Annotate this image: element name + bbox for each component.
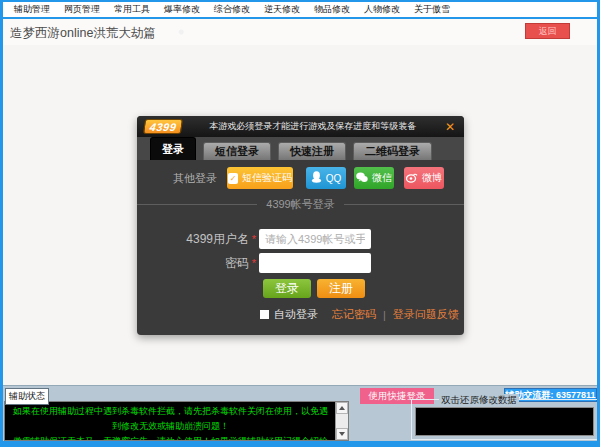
menu-item-assist-manage[interactable]: 辅助管理 xyxy=(7,2,57,17)
menu-item-item-modify[interactable]: 物品修改 xyxy=(307,2,357,17)
password-input[interactable] xyxy=(259,253,371,273)
menu-item-character-modify[interactable]: 人物修改 xyxy=(357,2,407,17)
password-row: 密码 * xyxy=(137,253,464,273)
back-button[interactable]: 返回 xyxy=(525,23,570,39)
tab-login[interactable]: 登录 xyxy=(150,137,196,160)
divider-line-left xyxy=(137,204,257,205)
dialog-header-message: 本游戏必须登录才能进行游戏及保存进度和等级装备 xyxy=(182,120,442,133)
weibo-icon xyxy=(406,172,418,185)
weibo-login-button[interactable]: 微博 xyxy=(404,167,444,189)
status-log-box: 如果在使用辅助过程中遇到杀毒软件拦截，请先把杀毒软件关闭在使用，以免遇到修改无效… xyxy=(4,401,349,441)
qq-login-button[interactable]: QQ xyxy=(306,167,346,189)
window-inner: 辅助管理 网页管理 常用工具 爆率修改 综合修改 逆天修改 物品修改 人物修改 … xyxy=(3,2,597,441)
status-panel: 辅助状态 如果在使用辅助过程中遇到杀毒软件拦截，请先把杀毒软件关闭在使用，以免遇… xyxy=(3,385,597,441)
page-title: 造梦西游online洪荒大劫篇 xyxy=(10,25,156,42)
app-window: 辅助管理 网页管理 常用工具 爆率修改 综合修改 逆天修改 物品修改 人物修改 … xyxy=(0,0,600,447)
password-required-mark: * xyxy=(249,257,259,269)
login-dialog: 4399 本游戏必须登录才能进行游戏及保存进度和等级装备 ✕ 登录 短信登录 快… xyxy=(137,116,464,335)
account-login-divider-text: 4399帐号登录 xyxy=(266,197,334,212)
status-message-line1: 如果在使用辅助过程中遇到杀毒软件拦截，请先把杀毒软件关闭在使用，以免遇到修改无效… xyxy=(9,404,332,434)
options-row: 自动登录 忘记密码 | 登录问题反馈 xyxy=(260,307,464,322)
username-row: 4399用户名 * xyxy=(137,229,464,249)
other-login-row: 其他登录 ✓ 短信验证码 QQ xyxy=(137,167,464,189)
wechat-button-label: 微信 xyxy=(372,171,392,185)
status-tab-label: 辅助状态 xyxy=(5,388,49,405)
dialog-header: 4399 本游戏必须登录才能进行游戏及保存进度和等级装备 ✕ xyxy=(137,116,464,137)
login-feedback-link[interactable]: 登录问题反馈 xyxy=(393,307,459,322)
scroll-down-icon xyxy=(339,432,345,436)
menu-item-web-manage[interactable]: 网页管理 xyxy=(57,2,107,17)
sms-button-label: 短信验证码 xyxy=(242,171,292,185)
link-separator: | xyxy=(383,309,386,321)
username-required-mark: * xyxy=(249,233,259,245)
menu-item-general-modify[interactable]: 综合修改 xyxy=(207,2,257,17)
sms-icon: ✓ xyxy=(228,173,238,184)
scroll-down-button[interactable] xyxy=(336,428,348,440)
register-button[interactable]: 注册 xyxy=(317,279,365,298)
main-content: 4399 本游戏必须登录才能进行游戏及保存进度和等级装备 ✕ 登录 短信登录 快… xyxy=(3,45,597,385)
tab-quick-register[interactable]: 快速注册 xyxy=(278,142,346,160)
wechat-icon xyxy=(356,172,368,185)
status-message-line2: 傲雪辅助保证无木马，无弹窗广告，请放心使用！如果觉得辅助好用记得介绍给其他人哦！ xyxy=(9,434,332,441)
menu-bar: 辅助管理 网页管理 常用工具 爆率修改 综合修改 逆天修改 物品修改 人物修改 … xyxy=(3,2,597,17)
username-input[interactable] xyxy=(259,229,371,249)
qq-icon xyxy=(311,171,322,185)
other-login-label: 其他登录 xyxy=(173,171,217,186)
weibo-button-label: 微博 xyxy=(422,171,442,185)
status-message-area: 如果在使用辅助过程中遇到杀毒软件拦截，请先把杀毒软件关闭在使用，以免遇到修改无效… xyxy=(5,402,348,441)
title-bar: 造梦西游online洪荒大劫篇 返回 xyxy=(3,19,597,45)
wechat-login-button[interactable]: 微信 xyxy=(354,167,394,189)
auto-login-checkbox[interactable] xyxy=(260,310,269,319)
sms-code-login-button[interactable]: ✓ 短信验证码 xyxy=(227,167,293,189)
scroll-up-button[interactable] xyxy=(336,402,348,414)
divider-line-right xyxy=(344,204,464,205)
account-login-divider: 4399帐号登录 xyxy=(137,197,464,212)
restore-data-box[interactable] xyxy=(415,407,594,436)
menu-item-droprate-modify[interactable]: 爆率修改 xyxy=(157,2,207,17)
tab-sms-login[interactable]: 短信登录 xyxy=(203,142,271,160)
restore-data-group: 双击还原修改数据 xyxy=(411,394,597,440)
menu-item-godlike-modify[interactable]: 逆天修改 xyxy=(257,2,307,17)
tab-qrcode-login[interactable]: 二维码登录 xyxy=(353,142,432,160)
login-form: 4399用户名 * 密码 * 登录 注册 自动 xyxy=(137,229,464,322)
auto-login-label: 自动登录 xyxy=(274,307,318,322)
menu-item-about[interactable]: 关于傲雪 xyxy=(407,2,457,17)
close-icon[interactable]: ✕ xyxy=(443,121,457,133)
restore-group-label: 双击还原修改数据 xyxy=(439,394,519,407)
menu-item-common-tools[interactable]: 常用工具 xyxy=(107,2,157,17)
4399-logo: 4399 xyxy=(143,119,184,134)
qq-button-label: QQ xyxy=(326,173,342,184)
scroll-up-icon xyxy=(339,406,345,410)
forgot-password-link[interactable]: 忘记密码 xyxy=(332,307,376,322)
username-label: 4399用户名 xyxy=(137,231,249,248)
status-scrollbar[interactable] xyxy=(335,402,348,440)
login-button[interactable]: 登录 xyxy=(263,279,311,298)
action-buttons-row: 登录 注册 xyxy=(263,279,464,298)
password-label: 密码 xyxy=(137,255,249,272)
login-tab-bar: 登录 短信登录 快速注册 二维码登录 xyxy=(137,137,464,160)
